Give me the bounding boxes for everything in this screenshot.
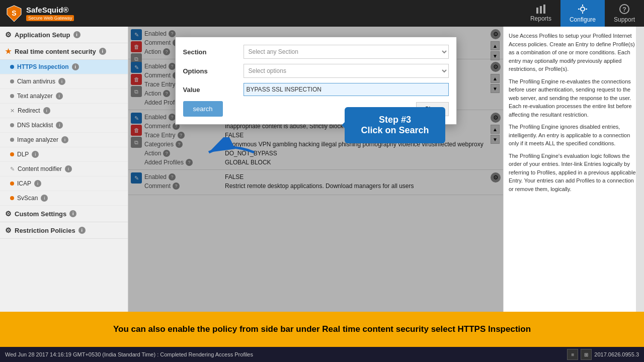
sidebar-item-clam-label: Clam antivirus — [17, 78, 55, 85]
sidebar-item-dns-blacklist[interactable]: DNS blacklist i — [0, 118, 128, 133]
search-button[interactable]: search — [183, 101, 223, 117]
dlp-info-icon[interactable]: i — [32, 151, 39, 158]
image-info-icon[interactable]: i — [61, 136, 68, 143]
dns-info-icon[interactable]: i — [56, 122, 63, 129]
status-icons: ≡ ⊞ 2017.0626.0955.3 — [567, 349, 639, 360]
icap-dot — [10, 182, 14, 186]
svg-text:S: S — [12, 9, 16, 17]
sidebar-item-text-analyzer[interactable]: Text analyzer i — [0, 89, 128, 104]
svscan-dot — [10, 196, 14, 200]
sidebar-section-rt-security-label: Real time content security — [15, 48, 96, 55]
modal-value-row: Value — [183, 83, 449, 96]
app-setup-info-icon[interactable]: i — [73, 31, 80, 38]
logo-subtitle: Secure Web Gateway — [26, 15, 74, 21]
reports-icon — [535, 5, 546, 14]
text-dot — [10, 94, 14, 98]
sidebar-item-text-label: Text analyzer — [17, 93, 53, 100]
configure-icon — [577, 4, 588, 15]
sidebar-item-https-inspection[interactable]: HTTPS Inspection i — [0, 60, 128, 74]
sidebar-item-content-modifier[interactable]: ✎ Content modifier i — [0, 162, 128, 176]
sidebar-section-custom-label: Custom Settings — [15, 210, 66, 218]
top-navigation: S SafeSquid® Secure Web Gateway Reports … — [0, 0, 644, 27]
content-info-icon[interactable]: i — [65, 165, 72, 172]
logo-area: S SafeSquid® Secure Web Gateway — [0, 3, 91, 25]
sidebar-item-dlp-label: DLP — [17, 151, 29, 158]
status-version: 2017.0626.0955.3 — [594, 351, 639, 357]
bottom-banner-text: You can also enable the policy from side… — [113, 324, 531, 334]
sidebar-item-image-analyzer[interactable]: Image analyzer i — [0, 133, 128, 147]
sidebar-item-icap-label: ICAP — [17, 180, 31, 187]
right-scrollbar[interactable] — [636, 27, 644, 312]
status-text: Wed Jun 28 2017 14:16:19 GMT+0530 (India… — [5, 351, 253, 357]
sidebar-item-icap[interactable]: ICAP i — [0, 176, 128, 191]
modal-options-label: Options — [183, 67, 244, 75]
modal-overlay: Section Select any Section Options Selec… — [128, 27, 503, 312]
sidebar-item-https-label: HTTPS Inspection — [17, 63, 69, 70]
nav-reports-label: Reports — [530, 15, 551, 22]
status-bar: Wed Jun 28 2017 14:16:19 GMT+0530 (India… — [0, 347, 644, 362]
status-icon-1[interactable]: ≡ — [567, 349, 578, 360]
logo-icon: S — [5, 5, 23, 23]
modal-value-label: Value — [183, 86, 244, 94]
sidebar-section-rt-security[interactable]: ★ Real time content security i — [0, 43, 128, 60]
nav-support[interactable]: ? Support — [605, 0, 644, 27]
sidebar-item-redirect-label: Redirect — [18, 107, 40, 114]
bottom-banner: You can also enable the policy from side… — [0, 312, 644, 347]
sidebar: ⚙ Application Setup i ★ Real time conten… — [0, 27, 128, 312]
svg-rect-2 — [536, 8, 538, 14]
tooltip-line1: Step #3 — [355, 115, 435, 125]
modal-section-row: Section Select any Section — [183, 45, 449, 59]
sidebar-section-custom[interactable]: ⚙ Custom Settings i — [0, 206, 128, 222]
sidebar-section-restriction[interactable]: ⚙ Restriction Policies i — [0, 222, 128, 239]
right-panel: Use Access Profiles to setup your Profil… — [503, 27, 644, 312]
right-panel-p1: Use Access Profiles to setup your Profil… — [509, 32, 639, 73]
sidebar-item-dns-label: DNS blacklist — [17, 122, 53, 129]
clam-info-icon[interactable]: i — [58, 78, 65, 85]
sidebar-item-dlp[interactable]: DLP i — [0, 147, 128, 162]
custom-info-icon[interactable]: i — [69, 210, 76, 217]
https-dot — [10, 65, 14, 69]
nav-configure[interactable]: Configure — [560, 0, 605, 27]
logo-title: SafeSquid® — [26, 6, 74, 14]
sidebar-section-app-setup-label: Application Setup — [15, 31, 70, 39]
dlp-dot — [10, 152, 14, 156]
clam-dot — [10, 79, 14, 83]
modal-options-select[interactable]: Select options — [244, 64, 449, 78]
tooltip-line2: Click on Search — [355, 125, 435, 136]
sidebar-item-content-label: Content modifier — [18, 165, 62, 172]
sidebar-section-restriction-label: Restriction Policies — [15, 227, 75, 234]
icap-info-icon[interactable]: i — [34, 180, 41, 187]
svg-rect-3 — [540, 6, 542, 14]
nav-reports[interactable]: Reports — [521, 0, 560, 27]
support-icon: ? — [619, 4, 630, 15]
status-icon-2[interactable]: ⊞ — [581, 349, 592, 360]
svg-point-5 — [581, 7, 585, 11]
modal-options-row: Options Select options — [183, 64, 449, 78]
arrow-svg — [204, 137, 264, 167]
modal-value-input[interactable] — [244, 83, 449, 96]
svscan-info-icon[interactable]: i — [41, 195, 48, 202]
arrow-decoration — [204, 137, 264, 169]
svg-rect-4 — [543, 5, 545, 14]
sidebar-item-clam[interactable]: Clam antivirus i — [0, 74, 128, 89]
logo-text: SafeSquid® Secure Web Gateway — [26, 6, 74, 21]
modal-section-label: Section — [183, 48, 244, 56]
tooltip-bubble: Step #3 Click on Search — [345, 107, 445, 143]
redirect-info-icon[interactable]: i — [43, 107, 50, 114]
sidebar-item-redirect[interactable]: ✕ Redirect i — [0, 104, 128, 118]
modal-section-select[interactable]: Select any Section — [244, 45, 449, 59]
sidebar-item-svscan-label: SvScan — [17, 195, 38, 202]
nav-support-label: Support — [614, 16, 635, 23]
restriction-info-icon[interactable]: i — [78, 227, 86, 234]
right-panel-p2: The Profiling Engine re-evaluates the co… — [509, 77, 639, 119]
dns-dot — [10, 123, 14, 127]
sidebar-item-svscan[interactable]: SvScan i — [0, 191, 128, 206]
https-info-icon[interactable]: i — [72, 63, 79, 70]
image-dot — [10, 138, 14, 142]
sidebar-section-app-setup[interactable]: ⚙ Application Setup i — [0, 27, 128, 43]
nav-configure-label: Configure — [570, 16, 596, 23]
right-panel-p3: The Profiling Engine ignores disabled en… — [509, 123, 639, 148]
rt-security-info-icon[interactable]: i — [99, 48, 106, 55]
text-info-icon[interactable]: i — [56, 93, 63, 100]
right-panel-p4: The Profiling Engine's evaluation logic … — [509, 152, 639, 194]
